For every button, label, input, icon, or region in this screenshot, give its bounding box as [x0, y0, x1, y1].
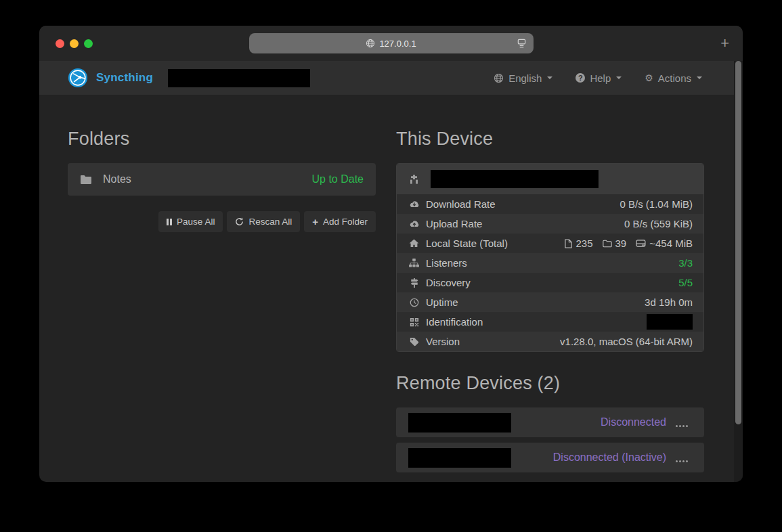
this-device-header: [397, 164, 703, 194]
help-menu[interactable]: ? Help: [575, 72, 622, 84]
folder-name: Notes: [103, 173, 131, 185]
row-value: 0 B/s (559 KiB): [624, 218, 693, 229]
qr-code-icon: [408, 317, 420, 327]
syncthing-brand[interactable]: Syncthing: [68, 68, 153, 88]
this-device-heading: This Device: [396, 129, 704, 150]
redacted-remote-device-name: [408, 413, 511, 433]
row-label: Identification: [426, 316, 483, 328]
row-label: Download Rate: [426, 198, 496, 210]
language-menu-label: English: [508, 72, 542, 84]
row-value: v1.28.0, macOS (64-bit ARM): [560, 336, 693, 347]
browser-window: 127.0.0.1 + Sy: [39, 26, 743, 482]
redacted-host-name: [168, 69, 310, 87]
pause-all-button[interactable]: Pause All: [158, 211, 223, 232]
traffic-lights: [56, 39, 93, 48]
address-dots-icon: [676, 460, 688, 462]
row-label: Discovery: [426, 277, 471, 288]
row-label: Version: [426, 336, 460, 347]
row-value: 5/5: [678, 277, 693, 288]
row-local-state: Local State (Total) 235 39: [397, 234, 703, 253]
reader-view-icon[interactable]: [517, 39, 527, 48]
scrollbar-thumb[interactable]: [735, 61, 741, 424]
home-icon: [408, 239, 420, 248]
main-content: Folders Notes Up to Date Pause All Resc: [39, 95, 743, 478]
pause-icon: [167, 219, 172, 225]
file-icon: [565, 239, 572, 248]
clock-icon: [408, 298, 420, 307]
remote-device-row[interactable]: Disconnected: [396, 407, 704, 437]
row-listeners: Listeners 3/3: [397, 253, 703, 273]
question-icon: ?: [575, 73, 585, 83]
cloud-upload-icon: [408, 220, 420, 228]
local-state-values: 235 39 ~454 MiB: [565, 238, 693, 249]
row-discovery: Discovery 5/5: [397, 273, 703, 292]
add-folder-label: Add Folder: [323, 217, 368, 227]
minimize-window-button[interactable]: [70, 39, 79, 48]
new-tab-button[interactable]: +: [720, 36, 729, 51]
row-label: Local State (Total): [426, 238, 508, 249]
pause-all-label: Pause All: [177, 217, 215, 227]
total-size: ~454 MiB: [649, 238, 693, 249]
scrollbar-track[interactable]: [734, 61, 743, 482]
globe-icon: [494, 73, 504, 83]
folder-outline-icon: [603, 240, 612, 248]
url-text: 127.0.0.1: [379, 39, 416, 49]
refresh-icon: [235, 217, 244, 226]
device-column: This Device: [396, 95, 704, 478]
app-navbar: Syncthing English ? Help ⚙ Actions: [39, 61, 743, 95]
row-version: Version v1.28.0, macOS (64-bit ARM): [397, 332, 703, 351]
actions-menu[interactable]: ⚙ Actions: [645, 72, 702, 84]
redacted-remote-device-name: [408, 448, 511, 468]
row-identification: Identification: [397, 312, 703, 332]
gear-icon: ⚙: [645, 73, 653, 83]
remote-devices-heading: Remote Devices (2): [396, 373, 704, 394]
dirs-count-group: 39: [603, 238, 627, 249]
chevron-down-icon: [547, 76, 552, 79]
add-folder-button[interactable]: + Add Folder: [304, 211, 376, 232]
language-menu[interactable]: English: [494, 72, 552, 84]
row-value: 0 B/s (1.04 MiB): [620, 198, 693, 210]
folders-heading: Folders: [68, 129, 376, 150]
actions-menu-label: Actions: [658, 72, 691, 84]
site-globe-icon: [366, 39, 375, 48]
row-label: Uptime: [426, 296, 458, 308]
address-dots-icon: [676, 425, 688, 427]
row-label: Listeners: [426, 257, 467, 269]
signpost-icon: [408, 278, 420, 288]
hdd-icon: [636, 240, 646, 247]
files-count: 235: [575, 238, 592, 249]
row-label: Upload Rate: [426, 218, 482, 229]
help-menu-label: Help: [590, 72, 611, 84]
folder-status-badge: Up to Date: [312, 173, 364, 185]
row-uptime: Uptime 3d 19h 0m: [397, 292, 703, 312]
this-device-icon: [408, 175, 420, 184]
row-download-rate: Download Rate 0 B/s (1.04 MiB): [397, 194, 703, 214]
size-group: ~454 MiB: [636, 238, 693, 249]
rescan-all-label: Rescan All: [248, 217, 292, 227]
dirs-count: 39: [615, 238, 627, 249]
row-value: 3d 19h 0m: [645, 296, 693, 308]
cloud-download-icon: [408, 200, 420, 208]
remote-device-status: Disconnected: [601, 416, 666, 428]
remote-device-row[interactable]: Disconnected (Inactive): [396, 443, 704, 472]
close-window-button[interactable]: [56, 39, 64, 48]
sitemap-icon: [408, 259, 420, 267]
remote-device-status: Disconnected (Inactive): [553, 451, 666, 464]
folder-icon: [80, 175, 92, 184]
address-bar[interactable]: 127.0.0.1: [249, 33, 534, 53]
chevron-down-icon: [616, 76, 622, 79]
syncthing-logo-icon: [68, 68, 88, 88]
rescan-all-button[interactable]: Rescan All: [227, 211, 300, 232]
brand-title: Syncthing: [96, 71, 153, 85]
folder-row-notes[interactable]: Notes Up to Date: [68, 163, 376, 196]
tag-icon: [408, 337, 420, 347]
zoom-window-button[interactable]: [84, 39, 93, 48]
row-value: 3/3: [678, 257, 693, 269]
browser-titlebar: 127.0.0.1 +: [39, 26, 743, 61]
navbar-menus: English ? Help ⚙ Actions: [494, 72, 702, 84]
files-count-group: 235: [565, 238, 592, 249]
this-device-panel: Download Rate 0 B/s (1.04 MiB) Upload Ra…: [396, 163, 704, 352]
chevron-down-icon: [697, 76, 702, 79]
redacted-device-id[interactable]: [647, 314, 693, 330]
redacted-device-name: [431, 170, 599, 188]
